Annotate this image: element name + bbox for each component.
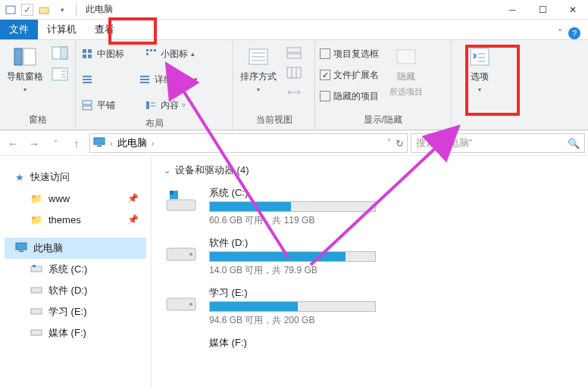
pc-icon <box>15 242 27 255</box>
group-show-hide: 项目复选框 ✓ 文件扩展名 隐藏的项目 隐藏 所选项目 显示/隐藏 <box>315 40 452 129</box>
folder-icon[interactable] <box>36 2 52 17</box>
help-icon[interactable]: ? <box>568 27 580 39</box>
breadcrumb-chevron-icon[interactable]: › <box>110 138 113 148</box>
hide-selected-button[interactable]: 隐藏 所选项目 <box>383 43 429 98</box>
nav-drive-e[interactable]: 学习 (E:) <box>5 301 146 322</box>
group-panes: 导航窗格 ▾ 窗格 <box>0 40 76 129</box>
qat-dropdown-icon[interactable]: ▾ <box>55 2 70 17</box>
layout-small-icons[interactable]: 小图标 <box>161 48 188 61</box>
scroll-down-icon[interactable]: ▾ <box>194 76 198 83</box>
item-checkboxes-label: 项目复选框 <box>333 48 379 61</box>
svg-rect-33 <box>287 48 301 52</box>
explorer-body: ★ 快速访问 📁 www 📌 📁 themes 📌 此电脑 系统 (C:) 软件… <box>0 156 588 389</box>
scroll-up-icon[interactable]: ▴ <box>191 50 195 58</box>
collapse-ribbon-icon[interactable]: ˄ <box>558 28 562 39</box>
svg-rect-5 <box>61 47 67 59</box>
nav-this-pc[interactable]: 此电脑 <box>5 238 146 259</box>
group-by-button[interactable] <box>283 45 305 61</box>
drive-c[interactable]: 系统 (C:) 60.6 GB 可用，共 119 GB <box>159 183 580 233</box>
drive-name: 软件 (D:) <box>209 236 580 251</box>
layout-details[interactable]: 详细信息 <box>155 73 191 86</box>
group-current-view: 排序方式 ▾ 当前视图 <box>233 40 315 129</box>
maximize-button[interactable]: ☐ <box>527 0 558 20</box>
size-columns-button[interactable] <box>283 84 305 101</box>
svg-rect-1 <box>39 8 48 14</box>
drive-f[interactable]: 媒体 (F:) <box>159 333 580 365</box>
nav-themes[interactable]: 📁 themes 📌 <box>5 209 146 230</box>
drive-name: 媒体 (F:) <box>209 336 580 351</box>
svg-point-57 <box>189 253 192 256</box>
drive-usage-bar <box>209 201 376 212</box>
navigation-pane-label: 导航窗格 <box>7 70 43 83</box>
nav-drive-f[interactable]: 媒体 (F:) <box>5 322 146 344</box>
star-icon: ★ <box>15 172 24 183</box>
svg-rect-47 <box>19 251 23 252</box>
ribbon-tabs: 文件 计算机 查看 ˄ ? <box>0 20 588 39</box>
breadcrumb-this-pc[interactable]: 此电脑 <box>117 136 147 150</box>
drive-stat: 94.6 GB 可用，共 200 GB <box>209 314 580 327</box>
layout-tiles[interactable]: 平铺 <box>97 99 115 112</box>
hidden-items-row[interactable]: 隐藏的项目 <box>320 86 379 107</box>
sort-icon <box>246 46 271 67</box>
forward-button[interactable]: → <box>24 133 44 153</box>
nav-drive-c[interactable]: 系统 (C:) <box>5 259 146 280</box>
drive-icon <box>30 307 42 318</box>
section-devices[interactable]: ⌄ 设备和驱动器 (4) <box>159 160 580 183</box>
recent-locations-button[interactable]: ˅ <box>45 133 65 153</box>
checkbox-unchecked-icon <box>320 48 330 59</box>
svg-rect-17 <box>146 53 149 55</box>
nav-quick-access[interactable]: ★ 快速访问 <box>5 166 146 188</box>
svg-rect-53 <box>167 200 195 210</box>
navigation-pane-button[interactable]: 导航窗格 ▾ <box>5 43 45 93</box>
nav-quick-access-label: 快速访问 <box>30 170 70 184</box>
layout-row-3: 平铺 内容 ▿ <box>80 95 186 116</box>
checkbox-unchecked-icon <box>320 91 330 101</box>
quick-access-toolbar: ✓ ▾ <box>0 2 80 17</box>
selected-items-label: 所选项目 <box>389 86 423 98</box>
search-icon[interactable]: 🔍 <box>568 138 580 149</box>
svg-rect-35 <box>287 67 301 78</box>
search-placeholder: 搜索"此电脑" <box>416 136 563 150</box>
details-icon <box>138 73 152 86</box>
item-checkboxes-row[interactable]: 项目复选框 <box>320 43 379 64</box>
back-button[interactable]: ← <box>3 133 23 153</box>
tab-file[interactable]: 文件 <box>0 20 38 39</box>
nav-www-label: www <box>48 193 70 204</box>
group-layout-label: 布局 <box>80 116 228 133</box>
layout-medium-icons[interactable]: 中图标 <box>97 48 124 61</box>
minimize-button[interactable]: ─ <box>497 0 527 20</box>
layout-row-1: 中图标 小图标 ▴ <box>80 43 195 64</box>
svg-rect-55 <box>170 191 174 194</box>
file-extensions-label: 文件扩展名 <box>333 69 379 82</box>
layout-more-icon[interactable]: ▿ <box>182 101 186 109</box>
drive-d[interactable]: 软件 (D:) 14.0 GB 可用，共 79.9 GB <box>159 233 580 283</box>
drive-e[interactable]: 学习 (E:) 94.6 GB 可用，共 200 GB <box>159 283 580 333</box>
details-pane-button[interactable] <box>49 66 70 82</box>
breadcrumb-chevron-icon[interactable]: › <box>152 138 155 148</box>
layout-content[interactable]: 内容 <box>161 99 179 112</box>
refresh-icon[interactable]: ↻ <box>396 138 404 149</box>
svg-rect-25 <box>83 106 92 110</box>
preview-pane-button[interactable] <box>49 45 70 61</box>
file-extensions-row[interactable]: ✓ 文件扩展名 <box>320 64 379 86</box>
drive-stat: 60.6 GB 可用，共 119 GB <box>209 214 580 227</box>
close-button[interactable]: ✕ <box>558 0 588 20</box>
svg-rect-2 <box>14 48 22 65</box>
check-icon[interactable]: ✓ <box>21 4 33 16</box>
up-button[interactable]: ↑ <box>67 133 86 153</box>
svg-rect-48 <box>31 266 42 272</box>
navigation-pane-icon <box>12 46 38 67</box>
nav-drive-c-label: 系统 (C:) <box>48 263 87 276</box>
sort-by-button[interactable]: 排序方式 ▾ <box>238 43 279 93</box>
nav-drive-d[interactable]: 软件 (D:) <box>5 280 146 301</box>
small-icons-icon <box>144 47 158 61</box>
add-columns-button[interactable] <box>283 64 305 81</box>
list-icon <box>80 73 94 86</box>
nav-www[interactable]: 📁 www 📌 <box>5 188 146 209</box>
search-box[interactable]: 搜索"此电脑" 🔍 <box>411 133 585 153</box>
layout-row-2: 详细信息 ▾ <box>80 69 198 90</box>
address-box[interactable]: › 此电脑 › ˅ ↻ <box>89 133 408 153</box>
address-bar: ← → ˅ ↑ › 此电脑 › ˅ ↻ 搜索"此电脑" 🔍 <box>0 130 588 156</box>
addr-dropdown-icon[interactable]: ˅ <box>387 138 391 149</box>
tab-computer[interactable]: 计算机 <box>38 20 86 39</box>
